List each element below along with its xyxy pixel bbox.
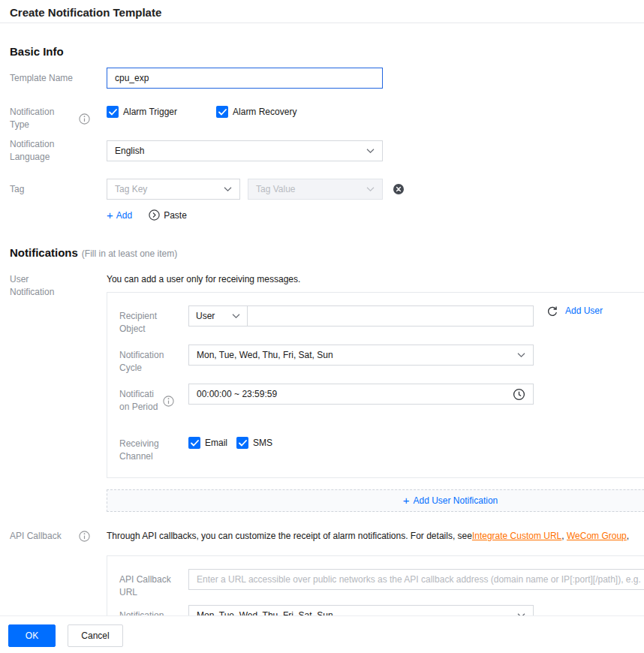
basic-info-heading: Basic Info <box>10 45 64 58</box>
tag-row: Tag Tag Key Tag Value <box>10 179 644 200</box>
checkbox-checked-icon <box>188 437 200 449</box>
notifications-heading-note: (Fill in at least one item) <box>82 248 177 259</box>
cancel-button[interactable]: Cancel <box>68 624 123 647</box>
period-value: 00:00:00 ~ 23:59:59 <box>197 389 277 399</box>
notification-period-label-wrap: Notification Period <box>119 384 188 414</box>
user-notification-label-wrap: User Notification <box>10 273 107 299</box>
tag-value-select: Tag Value <box>248 179 383 200</box>
checkbox-label: SMS <box>253 438 272 448</box>
delete-tag-icon[interactable] <box>393 183 405 195</box>
clock-icon <box>513 388 525 401</box>
recipient-object-control: User <box>188 305 534 326</box>
link-separator: , <box>561 531 567 541</box>
checkbox-checked-icon <box>236 437 248 449</box>
selected-value: English <box>115 146 144 156</box>
notification-language-select[interactable]: English <box>107 140 383 161</box>
api-callback-url-label: API Callback URL <box>119 573 172 599</box>
chevron-down-icon <box>517 353 525 357</box>
info-icon[interactable] <box>163 396 174 407</box>
recipient-type-select[interactable]: User <box>189 306 248 326</box>
notification-period-row: Notification Period 00:00:00 ~ 23:59:59 <box>119 384 534 414</box>
template-name-row: Template Name <box>10 68 644 89</box>
user-notification-card: Recipient Object User Add User Notificat… <box>107 292 644 478</box>
notifications-heading-text: Notifications <box>10 246 78 259</box>
selected-value: Mon, Tue, Wed, Thu, Fri, Sat, Sun <box>197 350 333 360</box>
plus-icon: + <box>107 210 113 221</box>
notification-type-row: Notification Type Alarm Trigger Alarm Re… <box>10 106 644 131</box>
email-checkbox[interactable]: Email <box>188 437 227 449</box>
notification-language-label-wrap: Notification Language <box>10 138 107 164</box>
user-notification-label: User Notification <box>10 273 74 299</box>
api-callback-row: API Callback Through API callbacks, you … <box>10 530 644 543</box>
chevron-down-icon <box>224 187 232 191</box>
link-trailing-comma: , <box>627 531 629 541</box>
notification-cycle-select[interactable]: Mon, Tue, Wed, Thu, Fri, Sat, Sun <box>188 345 534 366</box>
plus-icon: + <box>403 495 410 506</box>
info-icon[interactable] <box>79 113 90 125</box>
alarm-trigger-checkbox[interactable]: Alarm Trigger <box>107 106 177 118</box>
tag-key-placeholder: Tag Key <box>115 184 147 194</box>
recipient-object-row: Recipient Object User Add User <box>119 305 603 336</box>
api-callback-description: Through API callbacks, you can customize… <box>107 530 629 543</box>
wecom-group-link[interactable]: WeCom Group <box>567 531 627 541</box>
receiving-channel-label: Receiving Channel <box>119 438 172 463</box>
recipient-object-label-wrap: Recipient Object <box>119 305 188 336</box>
notification-period-label: Notification Period <box>119 388 158 414</box>
sms-checkbox[interactable]: SMS <box>236 437 272 449</box>
notification-type-options: Alarm Trigger Alarm Recovery <box>107 106 296 118</box>
add-user-notification-label: Add User Notification <box>414 495 498 506</box>
tag-key-select[interactable]: Tag Key <box>107 179 240 200</box>
template-name-label: Template Name <box>10 72 74 85</box>
ok-button[interactable]: OK <box>8 624 56 647</box>
chevron-down-icon <box>232 314 240 318</box>
add-user-notification-button[interactable]: + Add User Notification <box>107 489 644 512</box>
add-tag-label: Add <box>116 210 132 221</box>
notification-language-row: Notification Language English <box>10 138 644 164</box>
api-callback-url-row: API Callback URL <box>119 569 644 599</box>
page-title: Create Notification Template <box>0 0 644 19</box>
notification-language-label: Notification Language <box>10 138 74 164</box>
api-callback-label: API Callback <box>10 530 74 543</box>
notification-type-label: Notification Type <box>10 106 74 131</box>
paste-button[interactable]: Paste <box>149 209 187 221</box>
alarm-recovery-checkbox[interactable]: Alarm Recovery <box>216 106 296 118</box>
add-tag-button[interactable]: + Add <box>107 210 132 221</box>
tag-label-wrap: Tag <box>10 183 107 196</box>
info-icon[interactable] <box>79 531 90 542</box>
checkbox-label: Alarm Trigger <box>123 107 177 117</box>
checkbox-checked-icon <box>216 106 228 118</box>
add-user-link[interactable]: Add User <box>565 305 603 316</box>
page-header: Create Notification Template <box>0 0 644 23</box>
notifications-heading: Notifications(Fill in at least one item) <box>10 246 177 259</box>
tag-actions-row: + Add Paste <box>107 209 644 221</box>
notification-type-label-wrap: Notification Type <box>10 106 107 131</box>
chevron-down-icon <box>366 187 375 191</box>
notification-cycle-label: Notification Cycle <box>119 349 172 375</box>
receiving-channel-options: Email SMS <box>188 437 272 449</box>
notification-period-input[interactable]: 00:00:00 ~ 23:59:59 <box>188 384 534 405</box>
checkbox-checked-icon <box>107 106 119 118</box>
user-notification-hint: You can add a user only for receiving me… <box>107 273 300 286</box>
checkbox-label: Email <box>205 438 227 448</box>
tag-label: Tag <box>10 183 74 196</box>
chevron-down-icon <box>366 149 375 153</box>
recipient-object-input[interactable] <box>248 306 533 326</box>
api-callback-url-label-wrap: API Callback URL <box>119 569 188 599</box>
template-name-input[interactable] <box>107 68 383 89</box>
notification-cycle-label-wrap: Notification Cycle <box>119 345 188 375</box>
api-callback-url-input[interactable] <box>188 569 644 590</box>
refresh-icon[interactable] <box>546 305 558 317</box>
create-notification-template-page: Create Notification Template Basic Info … <box>0 0 644 653</box>
api-callback-label-wrap: API Callback <box>10 530 107 543</box>
checkbox-label: Alarm Recovery <box>233 107 296 117</box>
paste-circle-arrow-icon <box>149 209 160 221</box>
api-callback-description-text: Through API callbacks, you can customize… <box>107 531 472 541</box>
integrate-custom-url-link[interactable]: Integrate Custom URL <box>472 531 561 541</box>
template-name-label-wrap: Template Name <box>10 72 107 85</box>
footer-bar: OK Cancel <box>0 615 644 653</box>
recipient-object-label: Recipient Object <box>119 310 172 336</box>
receiving-channel-row: Receiving Channel Email SMS <box>119 437 272 463</box>
tag-value-placeholder: Tag Value <box>256 184 295 194</box>
receiving-channel-label-wrap: Receiving Channel <box>119 437 188 463</box>
notification-cycle-row: Notification Cycle Mon, Tue, Wed, Thu, F… <box>119 345 534 375</box>
